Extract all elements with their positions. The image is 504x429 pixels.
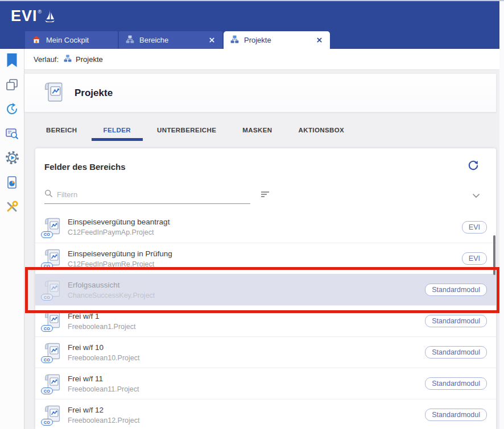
evi-logo: EVI ® (11, 7, 56, 26)
card-title: Felder des Bereichs (44, 162, 468, 172)
field-scroll-icon: CO (43, 216, 63, 238)
co-badge: CO (41, 231, 53, 238)
row-title: Frei w/f 12 (68, 405, 139, 415)
search-card-icon (5, 127, 19, 143)
window-gutter (499, 0, 504, 429)
main-content: Projekte BEREICH FELDER UNTERBEREICHE MA… (24, 70, 499, 429)
module-badge: EVI (462, 221, 487, 234)
filter-input-wrap[interactable] (44, 189, 250, 204)
module-badge: Standardmodul (425, 377, 487, 390)
row-title: Erfolgsaussicht (68, 280, 155, 290)
tab-mein-cockpit[interactable]: Mein Cockpit (25, 31, 118, 49)
tab-label: Bereiche (139, 36, 203, 44)
page-title: Projekte (75, 88, 113, 99)
projects-scroll-icon (42, 81, 65, 106)
field-row[interactable]: CO Einspeisevergütung beantragt C12FeedI… (35, 211, 496, 243)
refresh-icon[interactable] (468, 160, 479, 173)
co-badge: CO (41, 294, 53, 301)
tab-bereiche[interactable]: Bereiche (119, 31, 222, 49)
row-subtitle: ChanceSuccessKey.Project (68, 291, 155, 300)
org-chart-icon (230, 35, 239, 45)
search-icon (44, 189, 53, 200)
app-header: EVI ® (0, 1, 499, 31)
org-chart-icon (64, 55, 72, 64)
field-scroll-icon: CO (43, 373, 63, 394)
tab-projekte-active[interactable]: Projekte (224, 31, 330, 49)
row-subtitle: C12FeedInPaymAp.Project (68, 228, 170, 237)
scrollbar-thumb[interactable] (493, 235, 495, 275)
field-row[interactable]: CO Frei w/f 12 Freeboolean12.Project Sta… (35, 399, 496, 429)
field-scroll-icon: CO (43, 404, 63, 426)
co-badge: CO (41, 419, 53, 426)
sort-icon[interactable] (260, 190, 270, 204)
module-badge: EVI (462, 252, 487, 265)
row-subtitle: Freeboolean10.Project (68, 354, 139, 363)
field-row[interactable]: CO Erfolgsaussicht ChanceSuccessKey.Proj… (35, 274, 496, 305)
window-top-edge (0, 0, 504, 1)
logo-registered-mark: ® (38, 9, 42, 15)
app-window: EVI ® Mein Cockpit (0, 1, 499, 429)
close-icon[interactable] (208, 36, 216, 44)
field-scroll-icon: CO (43, 279, 63, 301)
report-pie-icon (5, 176, 19, 191)
co-badge: CO (41, 388, 53, 394)
logo-text: EVI (11, 7, 38, 24)
breadcrumb: Verlauf: Projekte (24, 49, 499, 70)
gear-play-icon (5, 151, 19, 167)
co-badge: CO (41, 356, 53, 363)
sidebar-item-automation[interactable] (0, 147, 24, 171)
section-tabs: BEREICH FELDER UNTERBEREICHE MASKEN AKTI… (46, 127, 344, 134)
row-title: Frei w/f 11 (68, 374, 139, 384)
tab-label: Projekte (244, 36, 310, 44)
row-title: Einspeisevergütung in Prüfung (68, 249, 172, 259)
sidebar-item-search-card[interactable] (0, 122, 24, 147)
field-row[interactable]: CO Einspeisevergütung in Prüfung C12Feed… (35, 243, 496, 274)
co-badge: CO (41, 325, 53, 332)
tab-felder[interactable]: FELDER (104, 127, 131, 134)
sidebar-item-report[interactable] (0, 171, 24, 195)
tab-masken[interactable]: MASKEN (242, 127, 272, 134)
tab-unterbereiche[interactable]: UNTERBEREICHE (157, 127, 216, 134)
module-badge: Standardmodul (425, 315, 487, 327)
row-title: Einspeisevergütung beantragt (68, 217, 170, 227)
row-subtitle: Freeboolean1.Project (68, 323, 136, 331)
breadcrumb-label: Verlauf: (34, 55, 59, 64)
open-tabs-bar: Mein Cockpit Bereiche Projekte (0, 31, 499, 49)
row-title: Frei w/f 1 (68, 311, 136, 321)
row-subtitle: Freeboolean11.Project (68, 385, 139, 394)
sidebar-item-history[interactable] (0, 98, 24, 122)
breadcrumb-item-projekte[interactable]: Projekte (64, 55, 103, 64)
home-icon (32, 35, 41, 45)
field-row[interactable]: CO Frei w/f 11 Freeboolean11.Project Sta… (35, 368, 496, 399)
sidebar (0, 49, 24, 429)
module-badge: Standardmodul (425, 409, 487, 421)
field-scroll-icon: CO (43, 341, 63, 363)
row-title: Frei w/f 10 (68, 343, 139, 352)
sailboat-icon (43, 8, 56, 26)
row-subtitle: C12FeedInPaymRe.Project (68, 260, 172, 269)
history-icon (5, 102, 19, 118)
close-icon[interactable] (315, 36, 323, 44)
co-badge: CO (41, 263, 53, 269)
module-badge: Standardmodul (425, 284, 487, 296)
bookmark-icon (6, 53, 18, 70)
page-header: Projekte (24, 74, 496, 112)
filter-row (44, 186, 487, 204)
field-row[interactable]: CO Frei w/f 10 Freeboolean10.Project Sta… (35, 336, 496, 368)
field-row[interactable]: CO Frei w/f 1 Freeboolean1.Project Stand… (35, 305, 496, 336)
windows-icon (5, 78, 19, 94)
tab-aktionsbox[interactable]: AKTIONSBOX (298, 127, 344, 134)
field-scroll-icon: CO (43, 248, 63, 269)
sidebar-item-tools[interactable] (0, 195, 24, 220)
sidebar-item-windows[interactable] (0, 73, 24, 98)
org-chart-icon (126, 35, 134, 45)
filter-input[interactable] (57, 190, 250, 199)
field-list: CO Einspeisevergütung beantragt C12FeedI… (35, 211, 496, 429)
tools-icon (5, 200, 19, 216)
fields-card: Felder des Bereichs (35, 148, 496, 429)
chevron-down-icon[interactable] (472, 190, 480, 204)
tab-label: Mein Cockpit (46, 36, 111, 44)
module-badge: Standardmodul (425, 346, 487, 359)
tab-bereich[interactable]: BEREICH (46, 127, 77, 134)
sidebar-item-bookmark[interactable] (0, 49, 24, 73)
